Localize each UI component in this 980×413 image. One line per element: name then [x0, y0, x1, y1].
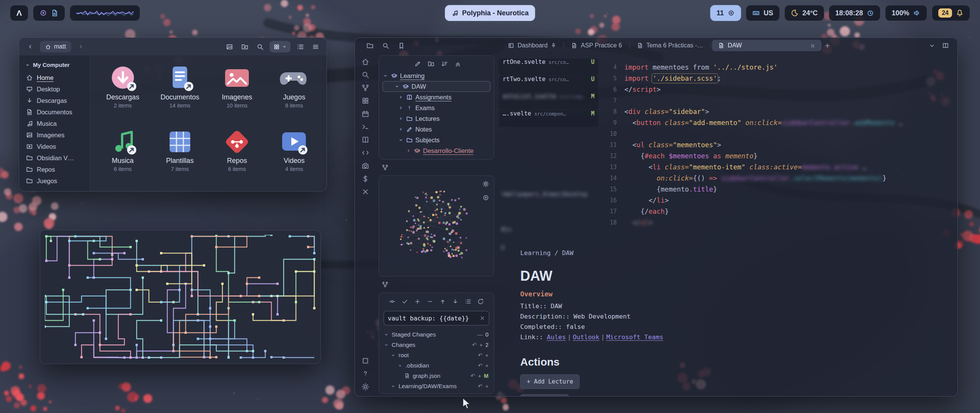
- list-icon[interactable]: [465, 298, 471, 305]
- tree-item-exams[interactable]: Exams: [379, 102, 494, 113]
- bookmark-icon[interactable]: [398, 42, 405, 49]
- folder-item-musica[interactable]: Musica6 items: [94, 126, 151, 187]
- sidebar-section-title[interactable]: My Computer: [23, 61, 86, 72]
- close-tab-icon[interactable]: [810, 42, 815, 49]
- code-line[interactable]: 13 <li class="memento-item" class:active…: [600, 161, 957, 172]
- git-row-graph-json[interactable]: graph.json↶+M: [379, 371, 494, 381]
- open-file-entsList-svelte[interactable]: entsList.sveltesrc/comp…M: [499, 93, 598, 110]
- tree-item-lectures[interactable]: Lectures: [379, 113, 494, 124]
- notes-icon[interactable]: [51, 9, 59, 17]
- sidebar-item-musica[interactable]: Musica: [23, 118, 86, 129]
- media-player-widget[interactable]: Polyphia - Neurotica: [445, 5, 535, 21]
- download-icon[interactable]: [452, 298, 459, 305]
- launcher-button[interactable]: Λ: [10, 5, 28, 21]
- sidebar-item-repos[interactable]: Repos: [23, 164, 86, 175]
- note-link-microsoft-teams[interactable]: Microsoft Teams: [606, 333, 663, 341]
- clear-message-icon[interactable]: [480, 315, 485, 321]
- folder-item-videos[interactable]: Videos4 items: [266, 126, 323, 187]
- home-icon[interactable]: [361, 58, 369, 66]
- commit-icon[interactable]: [389, 298, 395, 305]
- gear-icon[interactable]: [361, 383, 369, 391]
- tree-item-subjects[interactable]: Subjects: [379, 135, 494, 145]
- git-panel-badge[interactable]: [379, 280, 494, 289]
- folder-item-descargas[interactable]: Descargas2 items: [94, 62, 151, 124]
- code-line[interactable]: 7: [600, 95, 957, 106]
- book-icon[interactable]: [361, 136, 369, 144]
- breadcrumb[interactable]: matt: [40, 41, 71, 52]
- help-icon[interactable]: [361, 370, 369, 378]
- files-panel-icon[interactable]: [366, 42, 374, 49]
- split-view-button[interactable]: [942, 42, 949, 49]
- open-file--svelte[interactable]: ….sveltesrc/compon…M: [499, 110, 598, 127]
- folder-plus-icon[interactable]: [428, 60, 434, 67]
- code-line[interactable]: 17 {/each}: [600, 206, 957, 217]
- sidebar-item-home[interactable]: Home: [23, 72, 86, 83]
- note-link-aules[interactable]: Aules: [547, 333, 566, 341]
- code-line[interactable]: 18 </ul>: [600, 217, 957, 228]
- folder-item-imagenes[interactable]: Imagenes10 items: [209, 62, 266, 124]
- check-icon[interactable]: [402, 298, 408, 305]
- back-button[interactable]: [24, 41, 36, 52]
- code-line[interactable]: 4import mementoes from '../../store.js': [600, 62, 957, 73]
- upload-icon[interactable]: [439, 298, 446, 305]
- weather-widget[interactable]: 24°C: [784, 5, 824, 21]
- git-row-learning-daw-exams[interactable]: Learning/DAW/Exams↶+: [379, 381, 494, 391]
- tab-list-button[interactable]: [929, 42, 935, 49]
- note-link-outlook[interactable]: Outlook: [573, 333, 599, 341]
- code-line[interactable]: 14 on:click={() => sidebarController.sel…: [600, 172, 957, 184]
- tree-item-notes[interactable]: Notes: [379, 124, 494, 135]
- list-view-button[interactable]: [294, 41, 306, 52]
- git-row-changes[interactable]: Changes↶+2: [379, 340, 494, 350]
- sidebar-item-videos[interactable]: Videos: [23, 141, 86, 152]
- sidebar-item-obsidian-v-[interactable]: Obsidian V…: [23, 152, 86, 164]
- dollar-icon[interactable]: [361, 175, 369, 183]
- code-line[interactable]: 15 {memento.title}: [600, 184, 957, 195]
- folder-item-juegos[interactable]: Juegos8 items: [266, 62, 323, 124]
- refresh-icon[interactable]: [477, 298, 484, 305]
- sidebar-item-documentos[interactable]: Documentos: [23, 106, 86, 118]
- clock-widget[interactable]: 18:08:28: [829, 5, 880, 21]
- sidebar-item-descargas[interactable]: Descargas: [23, 95, 86, 106]
- commit-message-input[interactable]: [388, 315, 477, 322]
- search-icon[interactable]: [361, 71, 369, 79]
- folder-item-plantillas[interactable]: Plantillas7 items: [151, 126, 208, 187]
- new-folder-button[interactable]: [239, 41, 250, 52]
- tree-item-assignments[interactable]: Assignments: [379, 92, 494, 102]
- open-file-rtOne-svelte[interactable]: rtOne.sveltesrc/co…U: [499, 59, 598, 75]
- tab-tema-6-pr-cticas-[interactable]: Tema 6 Prácticas -…: [631, 40, 709, 51]
- keyboard-layout-widget[interactable]: US: [746, 5, 780, 21]
- graph-panel-badge[interactable]: [379, 163, 494, 172]
- folder-item-repos[interactable]: Repos6 items: [209, 126, 266, 187]
- graph-filter-icon[interactable]: [482, 194, 489, 201]
- graph-settings-icon[interactable]: [482, 180, 489, 187]
- terminal-icon[interactable]: [361, 123, 369, 131]
- code-line[interactable]: 9 <button class="add-memento" on:click=s…: [600, 117, 957, 128]
- fork-icon[interactable]: [361, 84, 369, 92]
- code-icon[interactable]: [361, 149, 369, 157]
- code-line[interactable]: 6</script>: [600, 84, 957, 95]
- code-line[interactable]: 16 </li>: [600, 195, 957, 206]
- open-file-rtTwo-svelte[interactable]: rtTwo.sveltesrc/co…U: [499, 76, 598, 93]
- search-button[interactable]: [254, 41, 266, 52]
- new-tab-button[interactable]: [822, 40, 833, 51]
- sort-icon[interactable]: [441, 60, 448, 67]
- plus-icon[interactable]: [414, 298, 421, 305]
- quick-settings-widget[interactable]: [33, 5, 65, 21]
- folder-item-documentos[interactable]: Documentos14 items: [151, 62, 208, 124]
- code-line[interactable]: 8<div class="sidebar">: [600, 106, 957, 117]
- git-row--obsidian[interactable]: .obsidian↶+: [379, 360, 494, 371]
- sidebar-item-juegos[interactable]: Juegos: [23, 175, 86, 187]
- collapse-icon[interactable]: [454, 60, 461, 67]
- workspaces-indicator[interactable]: 11: [710, 5, 741, 21]
- close-icon[interactable]: [361, 188, 369, 196]
- tree-item-learning[interactable]: Learning: [379, 70, 494, 81]
- note-breadcrumb[interactable]: Learning / DAW: [520, 249, 942, 257]
- git-row-root[interactable]: root↶+: [379, 350, 494, 360]
- grid-icon[interactable]: [361, 97, 369, 105]
- pencil-icon[interactable]: [414, 60, 421, 67]
- search-panel-icon[interactable]: [382, 42, 389, 49]
- power-icon[interactable]: [39, 9, 47, 17]
- -add-lecture-button[interactable]: + Add Lecture: [520, 374, 580, 389]
- minus-icon[interactable]: [427, 298, 433, 305]
- volume-widget[interactable]: 100%: [885, 5, 927, 21]
